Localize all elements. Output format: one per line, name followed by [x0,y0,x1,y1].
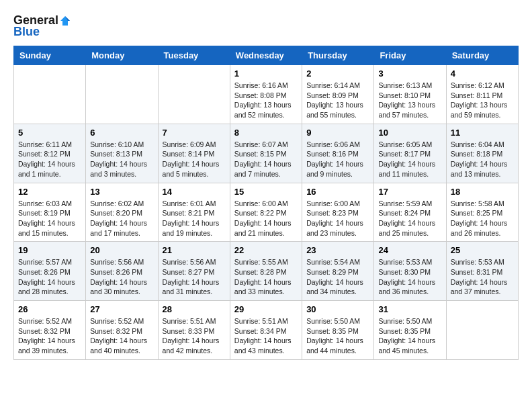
day-info: Sunrise: 6:04 AM Sunset: 8:18 PM Dayligh… [451,140,514,179]
day-info: Sunrise: 6:07 AM Sunset: 8:15 PM Dayligh… [234,140,298,179]
calendar-week-row: 5Sunrise: 6:11 AM Sunset: 8:12 PM Daylig… [14,124,519,183]
calendar-cell: 15Sunrise: 6:00 AM Sunset: 8:22 PM Dayli… [230,183,302,242]
day-number: 25 [451,245,514,255]
calendar-cell: 16Sunrise: 6:00 AM Sunset: 8:23 PM Dayli… [302,183,374,242]
logo-blue-text: Blue [13,25,40,39]
day-info: Sunrise: 6:10 AM Sunset: 8:13 PM Dayligh… [90,140,153,179]
page-header: General Blue [13,13,519,39]
day-number: 19 [18,245,81,255]
weekday-header: Sunday [14,46,86,65]
weekday-header: Friday [374,46,446,65]
day-number: 8 [234,128,298,138]
calendar-cell: 7Sunrise: 6:09 AM Sunset: 8:14 PM Daylig… [158,124,230,183]
calendar-cell: 14Sunrise: 6:01 AM Sunset: 8:21 PM Dayli… [158,183,230,242]
day-number: 17 [378,187,441,197]
calendar-cell: 2Sunrise: 6:14 AM Sunset: 8:09 PM Daylig… [302,65,374,124]
calendar-cell: 23Sunrise: 5:54 AM Sunset: 8:29 PM Dayli… [302,242,374,301]
day-number: 24 [378,245,441,255]
day-number: 7 [163,128,226,138]
calendar-cell: 11Sunrise: 6:04 AM Sunset: 8:18 PM Dayli… [446,124,518,183]
calendar-week-row: 19Sunrise: 5:57 AM Sunset: 8:26 PM Dayli… [14,242,519,301]
calendar-header-row: SundayMondayTuesdayWednesdayThursdayFrid… [14,46,519,65]
day-number: 5 [18,128,81,138]
day-info: Sunrise: 5:54 AM Sunset: 8:29 PM Dayligh… [306,257,369,297]
day-info: Sunrise: 5:56 AM Sunset: 8:26 PM Dayligh… [90,257,153,297]
day-info: Sunrise: 5:58 AM Sunset: 8:25 PM Dayligh… [451,199,514,238]
day-number: 12 [18,187,81,197]
day-number: 11 [451,128,514,138]
day-number: 29 [234,304,298,314]
day-info: Sunrise: 6:16 AM Sunset: 8:08 PM Dayligh… [234,81,298,120]
day-info: Sunrise: 6:03 AM Sunset: 8:19 PM Dayligh… [18,199,81,238]
day-info: Sunrise: 6:13 AM Sunset: 8:10 PM Dayligh… [378,81,441,120]
day-number: 9 [306,128,369,138]
day-number: 3 [378,68,441,79]
calendar-cell: 12Sunrise: 6:03 AM Sunset: 8:19 PM Dayli… [14,183,86,242]
day-info: Sunrise: 5:57 AM Sunset: 8:26 PM Dayligh… [18,257,81,297]
day-info: Sunrise: 6:02 AM Sunset: 8:20 PM Dayligh… [90,199,153,238]
day-number: 2 [306,68,369,79]
weekday-header: Monday [86,46,158,65]
day-info: Sunrise: 5:52 AM Sunset: 8:32 PM Dayligh… [18,316,81,356]
calendar-week-row: 12Sunrise: 6:03 AM Sunset: 8:19 PM Dayli… [14,183,519,242]
day-number: 6 [90,128,153,138]
day-info: Sunrise: 5:53 AM Sunset: 8:30 PM Dayligh… [378,257,441,297]
calendar-cell: 10Sunrise: 6:05 AM Sunset: 8:17 PM Dayli… [374,124,446,183]
day-number: 30 [306,304,369,314]
calendar-cell: 31Sunrise: 5:50 AM Sunset: 8:35 PM Dayli… [374,301,446,360]
day-info: Sunrise: 5:51 AM Sunset: 8:34 PM Dayligh… [234,316,298,356]
day-info: Sunrise: 5:55 AM Sunset: 8:28 PM Dayligh… [234,257,298,297]
day-number: 10 [378,128,441,138]
calendar-cell [14,65,86,124]
day-info: Sunrise: 6:00 AM Sunset: 8:22 PM Dayligh… [234,199,298,238]
calendar-cell: 1Sunrise: 6:16 AM Sunset: 8:08 PM Daylig… [230,65,302,124]
day-number: 23 [306,245,369,255]
calendar-cell: 13Sunrise: 6:02 AM Sunset: 8:20 PM Dayli… [86,183,158,242]
weekday-header: Tuesday [158,46,230,65]
day-number: 4 [451,68,514,79]
calendar-cell: 8Sunrise: 6:07 AM Sunset: 8:15 PM Daylig… [230,124,302,183]
day-number: 20 [90,245,153,255]
calendar-cell: 22Sunrise: 5:55 AM Sunset: 8:28 PM Dayli… [230,242,302,301]
calendar-cell: 28Sunrise: 5:51 AM Sunset: 8:33 PM Dayli… [158,301,230,360]
day-info: Sunrise: 6:01 AM Sunset: 8:21 PM Dayligh… [163,199,226,238]
calendar-cell: 20Sunrise: 5:56 AM Sunset: 8:26 PM Dayli… [86,242,158,301]
calendar-cell [446,301,518,360]
day-info: Sunrise: 5:50 AM Sunset: 8:35 PM Dayligh… [306,316,369,356]
calendar-cell: 27Sunrise: 5:52 AM Sunset: 8:32 PM Dayli… [86,301,158,360]
day-number: 13 [90,187,153,197]
day-info: Sunrise: 6:14 AM Sunset: 8:09 PM Dayligh… [306,81,369,120]
calendar-table: SundayMondayTuesdayWednesdayThursdayFrid… [13,46,519,360]
day-number: 31 [378,304,441,314]
logo-icon [59,15,71,27]
day-number: 16 [306,187,369,197]
calendar-cell: 26Sunrise: 5:52 AM Sunset: 8:32 PM Dayli… [14,301,86,360]
calendar-cell: 21Sunrise: 5:56 AM Sunset: 8:27 PM Dayli… [158,242,230,301]
calendar-week-row: 1Sunrise: 6:16 AM Sunset: 8:08 PM Daylig… [14,65,519,124]
day-number: 15 [234,187,298,197]
day-number: 21 [163,245,226,255]
calendar-cell: 6Sunrise: 6:10 AM Sunset: 8:13 PM Daylig… [86,124,158,183]
day-number: 1 [234,68,298,79]
calendar-cell: 17Sunrise: 5:59 AM Sunset: 8:24 PM Dayli… [374,183,446,242]
weekday-header: Thursday [302,46,374,65]
day-info: Sunrise: 6:12 AM Sunset: 8:11 PM Dayligh… [451,81,514,120]
calendar-cell: 9Sunrise: 6:06 AM Sunset: 8:16 PM Daylig… [302,124,374,183]
calendar-cell: 4Sunrise: 6:12 AM Sunset: 8:11 PM Daylig… [446,65,518,124]
day-info: Sunrise: 5:53 AM Sunset: 8:31 PM Dayligh… [451,257,514,297]
calendar-cell: 24Sunrise: 5:53 AM Sunset: 8:30 PM Dayli… [374,242,446,301]
day-info: Sunrise: 6:11 AM Sunset: 8:12 PM Dayligh… [18,140,81,179]
calendar-cell [86,65,158,124]
calendar-cell: 29Sunrise: 5:51 AM Sunset: 8:34 PM Dayli… [230,301,302,360]
calendar-cell [158,65,230,124]
calendar-cell: 19Sunrise: 5:57 AM Sunset: 8:26 PM Dayli… [14,242,86,301]
day-info: Sunrise: 6:09 AM Sunset: 8:14 PM Dayligh… [163,140,226,179]
day-info: Sunrise: 5:52 AM Sunset: 8:32 PM Dayligh… [90,316,153,356]
day-number: 28 [163,304,226,314]
day-info: Sunrise: 5:50 AM Sunset: 8:35 PM Dayligh… [378,316,441,356]
day-number: 18 [451,187,514,197]
calendar-cell: 25Sunrise: 5:53 AM Sunset: 8:31 PM Dayli… [446,242,518,301]
calendar-cell: 30Sunrise: 5:50 AM Sunset: 8:35 PM Dayli… [302,301,374,360]
day-number: 26 [18,304,81,314]
day-info: Sunrise: 6:00 AM Sunset: 8:23 PM Dayligh… [306,199,369,238]
